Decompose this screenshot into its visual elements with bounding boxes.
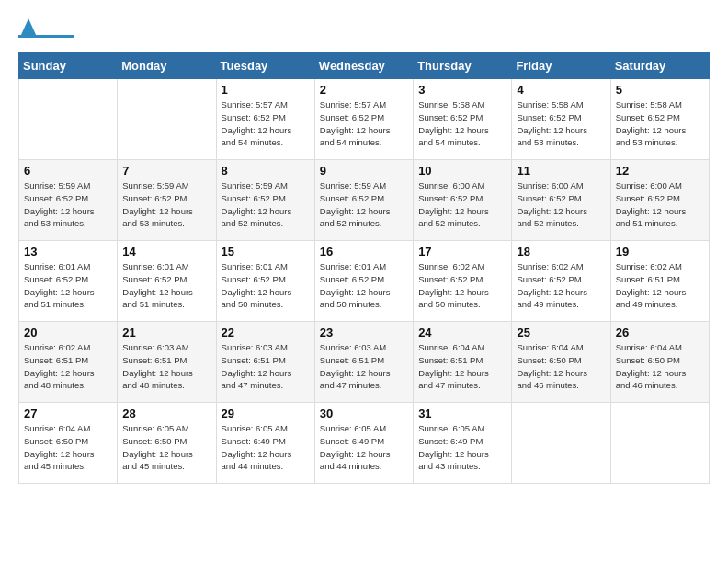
calendar-cell: 21Sunrise: 6:03 AM Sunset: 6:51 PM Dayli…: [118, 322, 216, 403]
calendar-cell: 22Sunrise: 6:03 AM Sunset: 6:51 PM Dayli…: [216, 322, 314, 403]
day-number: 11: [517, 164, 605, 178]
svg-marker-0: [20, 18, 37, 37]
day-info: Sunrise: 5:59 AM Sunset: 6:52 PM Dayligh…: [122, 179, 210, 230]
calendar-cell: [610, 403, 709, 484]
calendar-cell: 23Sunrise: 6:03 AM Sunset: 6:51 PM Dayli…: [314, 322, 413, 403]
calendar-cell: 15Sunrise: 6:01 AM Sunset: 6:52 PM Dayli…: [216, 241, 314, 322]
day-number: 14: [122, 245, 210, 259]
calendar-cell: 4Sunrise: 5:58 AM Sunset: 6:52 PM Daylig…: [512, 79, 610, 160]
day-number: 12: [616, 164, 704, 178]
day-number: 27: [24, 407, 112, 420]
calendar-cell: 25Sunrise: 6:04 AM Sunset: 6:50 PM Dayli…: [512, 322, 610, 403]
calendar-cell: 16Sunrise: 6:01 AM Sunset: 6:52 PM Dayli…: [314, 241, 413, 322]
weekday-header: Thursday: [414, 53, 512, 79]
calendar-cell: 5Sunrise: 5:58 AM Sunset: 6:52 PM Daylig…: [610, 79, 709, 160]
calendar-cell: 10Sunrise: 6:00 AM Sunset: 6:52 PM Dayli…: [414, 160, 512, 241]
day-info: Sunrise: 6:04 AM Sunset: 6:50 PM Dayligh…: [517, 341, 605, 392]
day-info: Sunrise: 6:02 AM Sunset: 6:51 PM Dayligh…: [24, 341, 112, 392]
calendar-cell: 17Sunrise: 6:02 AM Sunset: 6:52 PM Dayli…: [414, 241, 512, 322]
day-info: Sunrise: 6:01 AM Sunset: 6:52 PM Dayligh…: [222, 260, 310, 311]
day-number: 31: [418, 407, 506, 420]
calendar-cell: 8Sunrise: 5:59 AM Sunset: 6:52 PM Daylig…: [216, 160, 314, 241]
calendar-cell: 3Sunrise: 5:58 AM Sunset: 6:52 PM Daylig…: [414, 79, 512, 160]
day-info: Sunrise: 5:58 AM Sunset: 6:52 PM Dayligh…: [517, 98, 605, 149]
weekday-header: Sunday: [19, 53, 118, 79]
day-info: Sunrise: 6:03 AM Sunset: 6:51 PM Dayligh…: [222, 341, 310, 392]
day-number: 21: [122, 326, 210, 339]
day-info: Sunrise: 5:59 AM Sunset: 6:52 PM Dayligh…: [24, 179, 112, 230]
day-info: Sunrise: 6:00 AM Sunset: 6:52 PM Dayligh…: [616, 179, 704, 230]
day-number: 10: [418, 164, 506, 178]
day-info: Sunrise: 6:05 AM Sunset: 6:49 PM Dayligh…: [418, 422, 506, 473]
day-info: Sunrise: 6:00 AM Sunset: 6:52 PM Dayligh…: [517, 179, 605, 230]
calendar-cell: 29Sunrise: 6:05 AM Sunset: 6:49 PM Dayli…: [216, 403, 314, 484]
weekday-header: Monday: [118, 53, 216, 79]
day-info: Sunrise: 6:04 AM Sunset: 6:50 PM Dayligh…: [24, 422, 112, 473]
day-info: Sunrise: 6:04 AM Sunset: 6:50 PM Dayligh…: [616, 341, 704, 392]
day-number: 3: [418, 83, 506, 97]
calendar-cell: [19, 79, 118, 160]
day-info: Sunrise: 5:58 AM Sunset: 6:52 PM Dayligh…: [616, 98, 704, 149]
calendar-table: SundayMondayTuesdayWednesdayThursdayFrid…: [18, 52, 710, 484]
weekday-header: Friday: [512, 53, 610, 79]
day-info: Sunrise: 6:05 AM Sunset: 6:49 PM Dayligh…: [222, 422, 310, 473]
day-info: Sunrise: 5:58 AM Sunset: 6:52 PM Dayligh…: [418, 98, 506, 149]
day-info: Sunrise: 6:03 AM Sunset: 6:51 PM Dayligh…: [320, 341, 408, 392]
day-info: Sunrise: 6:01 AM Sunset: 6:52 PM Dayligh…: [122, 260, 210, 311]
calendar-week-row: 13Sunrise: 6:01 AM Sunset: 6:52 PM Dayli…: [19, 241, 710, 322]
day-info: Sunrise: 5:57 AM Sunset: 6:52 PM Dayligh…: [222, 98, 310, 149]
day-number: 16: [320, 245, 408, 259]
page-header: [18, 18, 710, 38]
day-info: Sunrise: 6:01 AM Sunset: 6:52 PM Dayligh…: [24, 260, 112, 311]
logo: [18, 18, 74, 38]
calendar-cell: 13Sunrise: 6:01 AM Sunset: 6:52 PM Dayli…: [19, 241, 118, 322]
day-info: Sunrise: 6:02 AM Sunset: 6:52 PM Dayligh…: [517, 260, 605, 311]
calendar-cell: 19Sunrise: 6:02 AM Sunset: 6:51 PM Dayli…: [610, 241, 709, 322]
day-info: Sunrise: 6:05 AM Sunset: 6:50 PM Dayligh…: [122, 422, 210, 473]
calendar-cell: 11Sunrise: 6:00 AM Sunset: 6:52 PM Dayli…: [512, 160, 610, 241]
day-number: 28: [122, 407, 210, 420]
day-number: 8: [222, 164, 310, 178]
day-number: 1: [222, 83, 310, 97]
day-info: Sunrise: 6:00 AM Sunset: 6:52 PM Dayligh…: [418, 179, 506, 230]
calendar-week-row: 27Sunrise: 6:04 AM Sunset: 6:50 PM Dayli…: [19, 403, 710, 484]
calendar-week-row: 6Sunrise: 5:59 AM Sunset: 6:52 PM Daylig…: [19, 160, 710, 241]
weekday-header: Tuesday: [216, 53, 314, 79]
calendar-cell: 27Sunrise: 6:04 AM Sunset: 6:50 PM Dayli…: [19, 403, 118, 484]
calendar-header-row: SundayMondayTuesdayWednesdayThursdayFrid…: [19, 53, 710, 79]
day-info: Sunrise: 6:04 AM Sunset: 6:51 PM Dayligh…: [418, 341, 506, 392]
day-info: Sunrise: 6:01 AM Sunset: 6:52 PM Dayligh…: [320, 260, 408, 311]
logo-bar: [18, 35, 74, 38]
day-number: 24: [418, 326, 506, 339]
calendar-week-row: 1Sunrise: 5:57 AM Sunset: 6:52 PM Daylig…: [19, 79, 710, 160]
day-number: 2: [320, 83, 408, 97]
day-number: 17: [418, 245, 506, 259]
calendar-cell: 14Sunrise: 6:01 AM Sunset: 6:52 PM Dayli…: [118, 241, 216, 322]
day-number: 15: [222, 245, 310, 259]
day-number: 22: [222, 326, 310, 339]
day-number: 23: [320, 326, 408, 339]
day-number: 29: [222, 407, 310, 420]
day-number: 9: [320, 164, 408, 178]
calendar-cell: 26Sunrise: 6:04 AM Sunset: 6:50 PM Dayli…: [610, 322, 709, 403]
calendar-cell: 30Sunrise: 6:05 AM Sunset: 6:49 PM Dayli…: [314, 403, 413, 484]
weekday-header: Saturday: [610, 53, 709, 79]
day-number: 26: [616, 326, 704, 339]
day-number: 13: [24, 245, 112, 259]
day-number: 7: [122, 164, 210, 178]
calendar-cell: 9Sunrise: 5:59 AM Sunset: 6:52 PM Daylig…: [314, 160, 413, 241]
day-number: 19: [616, 245, 704, 259]
calendar-cell: 31Sunrise: 6:05 AM Sunset: 6:49 PM Dayli…: [414, 403, 512, 484]
calendar-cell: [512, 403, 610, 484]
day-info: Sunrise: 5:57 AM Sunset: 6:52 PM Dayligh…: [320, 98, 408, 149]
day-number: 30: [320, 407, 408, 420]
day-number: 6: [24, 164, 112, 178]
calendar-week-row: 20Sunrise: 6:02 AM Sunset: 6:51 PM Dayli…: [19, 322, 710, 403]
day-info: Sunrise: 5:59 AM Sunset: 6:52 PM Dayligh…: [222, 179, 310, 230]
day-number: 4: [517, 83, 605, 97]
day-info: Sunrise: 6:02 AM Sunset: 6:52 PM Dayligh…: [418, 260, 506, 311]
calendar-cell: 12Sunrise: 6:00 AM Sunset: 6:52 PM Dayli…: [610, 160, 709, 241]
calendar-cell: 18Sunrise: 6:02 AM Sunset: 6:52 PM Dayli…: [512, 241, 610, 322]
logo-icon: [20, 18, 37, 37]
day-info: Sunrise: 6:03 AM Sunset: 6:51 PM Dayligh…: [122, 341, 210, 392]
